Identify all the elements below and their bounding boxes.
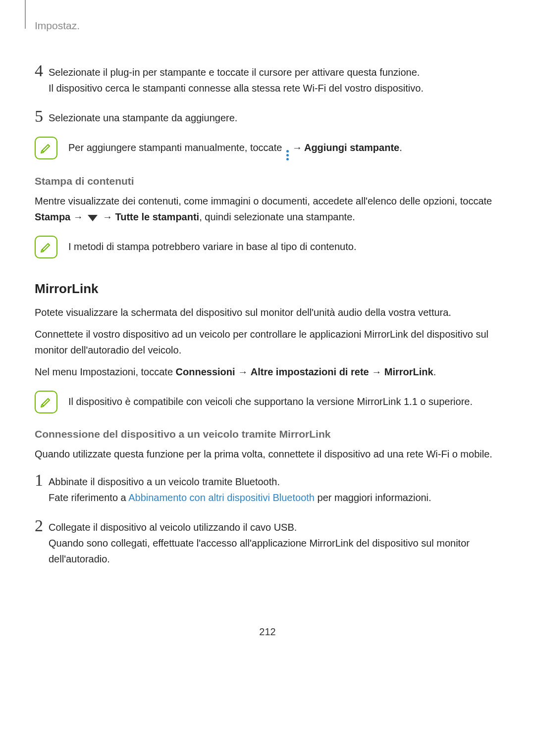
text: per maggiori informazioni.	[315, 492, 431, 503]
step-line: Quando sono collegati, effettuate l'acce…	[49, 535, 500, 567]
pencil-icon	[39, 141, 53, 155]
step-line: Selezionate il plug-in per stampante e t…	[49, 64, 424, 80]
note-bold: Aggiungi stampante	[304, 142, 399, 153]
mirror-step-1: 1 Abbinate il dispositivo a un veicolo t…	[35, 471, 500, 505]
mirror-p2: Connettete il vostro dispositivo ad un v…	[35, 326, 500, 358]
note-text: Per aggiungere stampanti manualmente, to…	[68, 136, 402, 160]
pencil-icon	[39, 240, 53, 254]
heading-mirrorlink: MirrorLink	[35, 281, 500, 297]
step-line: Selezionate una stampante da aggiungere.	[49, 110, 237, 126]
step-body: Abbinate il dispositivo a un veicolo tra…	[49, 471, 431, 505]
connect-intro: Quando utilizzate questa funzione per la…	[35, 446, 500, 462]
arrow-icon: →	[235, 366, 251, 377]
bold-stampa: Stampa	[35, 211, 70, 222]
note-prefix: Per aggiungere stampanti manualmente, to…	[68, 142, 285, 153]
print-paragraph: Mentre visualizzate dei contenuti, come …	[35, 193, 500, 225]
step-5: 5 Selezionate una stampante da aggiunger…	[35, 107, 500, 126]
arrow-icon: →	[292, 142, 302, 153]
svg-line-1	[42, 250, 44, 251]
arrow-icon: →	[100, 211, 115, 222]
step-number: 4	[35, 61, 49, 96]
mirror-p3: Nel menu Impostazioni, toccate Connessio…	[35, 364, 500, 380]
bold-altre: Altre impostazioni di rete	[251, 366, 369, 377]
heading-print-content: Stampa di contenuti	[35, 175, 500, 187]
link-bluetooth-pairing[interactable]: Abbinamento con altri dispositivi Blueto…	[128, 492, 315, 503]
header-rule	[25, 0, 26, 29]
bold-mirrorlink: MirrorLink	[384, 366, 433, 377]
arrow-icon: →	[369, 366, 384, 377]
mirror-step-2: 2 Collegate il dispositivo al veicolo ut…	[35, 516, 500, 567]
text: .	[433, 366, 436, 377]
more-options-icon	[286, 150, 289, 160]
note-print-methods: I metodi di stampa potrebbero variare in…	[35, 235, 500, 258]
step-number: 5	[35, 107, 49, 126]
svg-line-0	[42, 151, 44, 152]
note-icon	[35, 391, 57, 413]
step-number: 2	[35, 516, 49, 567]
note-icon	[35, 137, 57, 159]
svg-line-2	[42, 404, 44, 406]
heading-connect-vehicle: Connessione del dispositivo a un veicolo…	[35, 428, 500, 440]
bold-tutte: Tutte le stampanti	[115, 211, 200, 222]
note-add-printer: Per aggiungere stampanti manualmente, to…	[35, 136, 500, 160]
step-number: 1	[35, 471, 49, 505]
pencil-icon	[39, 395, 53, 409]
note-mirrorlink-compat: Il dispositivo è compatibile con veicoli…	[35, 390, 500, 413]
text: Mentre visualizzate dei contenuti, come …	[35, 196, 492, 206]
text: Fate riferimento a	[49, 492, 128, 503]
arrow-icon: →	[70, 211, 86, 222]
step-line: Fate riferimento a Abbinamento con altri…	[49, 490, 431, 505]
text: , quindi selezionate una stampante.	[199, 211, 355, 222]
note-text: I metodi di stampa potrebbero variare in…	[68, 235, 356, 254]
step-line: Abbinate il dispositivo a un veicolo tra…	[49, 474, 431, 490]
step-body: Collegate il dispositivo al veicolo util…	[49, 516, 500, 567]
page-header: Impostaz.	[35, 20, 500, 32]
mirror-p1: Potete visualizzare la schermata del dis…	[35, 304, 500, 320]
text: Nel menu Impostazioni, toccate	[35, 366, 176, 377]
step-line: Collegate il dispositivo al veicolo util…	[49, 519, 500, 535]
step-line: Il dispositivo cerca le stampanti connes…	[49, 80, 424, 96]
step-4: 4 Selezionate il plug-in per stampante e…	[35, 61, 500, 96]
bold-connessioni: Connessioni	[176, 366, 235, 377]
note-text: Il dispositivo è compatibile con veicoli…	[68, 390, 473, 409]
step-body: Selezionate il plug-in per stampante e t…	[49, 61, 424, 96]
page-number: 212	[35, 626, 500, 638]
note-icon	[35, 236, 57, 258]
note-suffix: .	[399, 142, 402, 153]
dropdown-triangle-icon	[88, 215, 98, 221]
step-body: Selezionate una stampante da aggiungere.	[49, 107, 237, 126]
